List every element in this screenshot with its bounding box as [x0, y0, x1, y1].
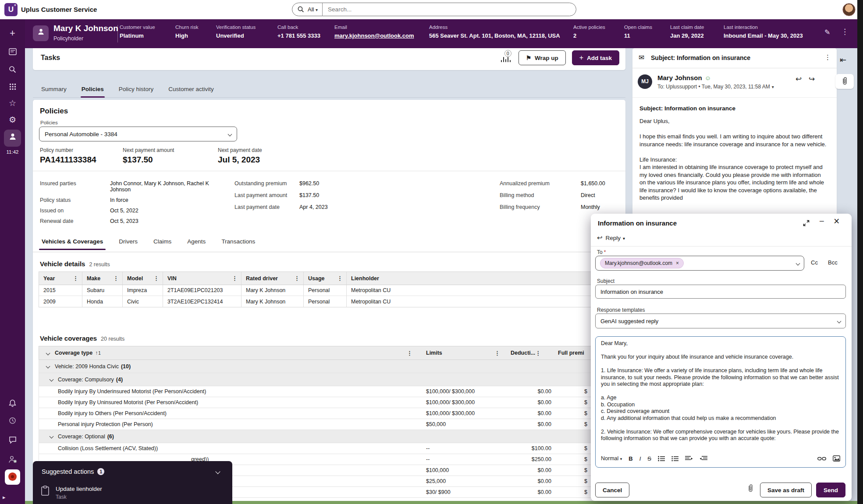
insert-link-icon[interactable] — [817, 456, 826, 461]
row-expander[interactable] — [39, 408, 55, 419]
column-header[interactable]: Rated driver⋮ — [241, 272, 304, 285]
coverage-row[interactable]: Coverage: Optional(6) — [39, 430, 620, 443]
row-expander[interactable] — [39, 443, 55, 454]
main-tab[interactable]: Policy history — [118, 83, 155, 97]
search-scope-dropdown[interactable]: All ▾ — [308, 6, 318, 13]
email-body-editor[interactable]: Dear Mary, Thank you for your inquiry ab… — [595, 336, 846, 468]
dashboard-icon[interactable] — [0, 45, 25, 59]
coverage-type-header[interactable]: Coverage type ↑1 ⋮ — [55, 346, 424, 359]
vehicle-row[interactable]: 2015 Subaru Impreza 2T1AE09E1PC021203 Ma… — [39, 285, 619, 296]
notifications-bell-icon[interactable] — [0, 396, 25, 410]
collapse-suggestions-icon[interactable] — [215, 469, 220, 474]
decrease-indent-icon[interactable] — [700, 456, 707, 462]
policy-sub-tab[interactable]: Agents — [187, 238, 206, 250]
main-tab[interactable]: Customer activity — [167, 83, 215, 97]
column-header[interactable]: VIN⋮ — [163, 272, 241, 285]
bullet-list-icon[interactable] — [658, 456, 665, 462]
column-header[interactable]: Model⋮ — [123, 272, 163, 285]
coverage-row[interactable]: Coverage: Compulsory(4) — [39, 373, 620, 386]
deductible-header[interactable]: Deducti...⋮ — [511, 346, 556, 359]
coverage-row[interactable]: Personal injury Protection (Per Person) … — [39, 419, 620, 430]
remove-recipient-icon[interactable]: × — [676, 260, 679, 266]
column-header[interactable]: Usage⋮ — [304, 272, 347, 285]
caret-down-icon[interactable]: ▾ — [772, 85, 774, 89]
policy-sub-tab[interactable]: Vehicles & Coverages — [42, 238, 103, 250]
coverage-row[interactable]: Vehicle: 2009 Honda Civic(10) — [39, 360, 620, 373]
close-dialog-icon[interactable]: × — [834, 215, 839, 227]
bold-button[interactable]: B — [629, 455, 632, 462]
search-nav-icon[interactable] — [0, 62, 25, 76]
coverage-row[interactable]: Bodily Injury By Uninsured Motorist (Per… — [39, 397, 620, 408]
wrap-up-button[interactable]: ⚑Wrap up — [519, 50, 566, 65]
row-expander[interactable] — [39, 419, 55, 430]
strikethrough-button[interactable]: S — [647, 455, 651, 462]
row-expander[interactable] — [39, 430, 55, 443]
column-kebab-icon[interactable]: ⋮ — [494, 350, 500, 356]
user-avatar[interactable] — [842, 3, 856, 16]
row-expander[interactable] — [39, 373, 55, 386]
minimize-dialog-icon[interactable]: − — [819, 216, 824, 226]
subject-input[interactable] — [595, 285, 846, 299]
recipient-chip[interactable]: Mary.kjohnson@outlook.com× — [600, 258, 684, 268]
reply-icon[interactable]: ↩ — [796, 74, 802, 84]
attach-file-icon[interactable] — [747, 483, 754, 493]
collapse-all-cell[interactable] — [39, 346, 55, 359]
active-session-icon[interactable] — [4, 130, 21, 147]
row-expander[interactable] — [39, 397, 55, 408]
global-search[interactable]: All ▾ — [292, 3, 576, 16]
cc-button[interactable]: Cc — [811, 259, 818, 266]
increase-indent-icon[interactable] — [685, 456, 693, 462]
coverage-row[interactable]: Bodily Injury By Underinsured Motorist (… — [39, 386, 620, 397]
row-expander[interactable] — [39, 386, 55, 397]
favorites-icon[interactable]: ☆ — [0, 96, 25, 110]
suggested-action-item[interactable]: Update lienholder Task — [41, 486, 102, 500]
agent-unavailable-icon[interactable] — [0, 452, 25, 466]
coverage-row[interactable]: Bodily injury to Others (Per Person/Acci… — [39, 408, 620, 419]
main-tab[interactable]: Policies — [81, 83, 105, 97]
main-tab[interactable]: Summary — [40, 83, 67, 97]
collapse-panel-icon[interactable]: ⇤ — [840, 55, 846, 65]
email-kebab-icon[interactable]: ⋮ — [824, 53, 831, 61]
draft-body-text[interactable]: Dear Mary, Thank you for your inquiry ab… — [601, 340, 840, 445]
app-launcher-icon[interactable] — [5, 469, 20, 485]
column-kebab-icon[interactable]: ⋮ — [232, 275, 238, 282]
policy-sub-tab[interactable]: Claims — [153, 238, 171, 250]
chevron-down-icon[interactable] — [796, 261, 800, 265]
column-header[interactable]: Lienholder⋮ — [347, 272, 619, 285]
row-expander[interactable] — [39, 360, 55, 373]
column-kebab-icon[interactable]: ⋮ — [294, 275, 300, 282]
policy-sub-tab[interactable]: Drivers — [119, 238, 138, 250]
edit-customer-icon[interactable]: ✎ — [824, 28, 830, 36]
banner-kebab-icon[interactable]: ⋮ — [841, 27, 849, 36]
coverage-row[interactable]: Collision (Loss Settlement (ACV, Stated)… — [39, 443, 620, 454]
expand-tray-icon[interactable]: ▸ — [0, 490, 25, 504]
paragraph-style-dropdown[interactable]: Normal ▾ — [601, 455, 622, 462]
policy-select[interactable]: Personal Automobile - 3384 — [39, 127, 237, 141]
italic-button[interactable]: I — [639, 455, 641, 462]
column-kebab-icon[interactable]: ⋮ — [113, 275, 119, 282]
save-as-draft-button[interactable]: Save as draft — [760, 483, 812, 497]
history-icon[interactable] — [0, 413, 25, 427]
new-item-button[interactable]: + — [0, 26, 25, 40]
send-button[interactable]: Send — [816, 483, 845, 497]
column-kebab-icon[interactable]: ⋮ — [337, 275, 343, 282]
voice-activity-icon[interactable]: 0 — [501, 54, 512, 64]
column-kebab-icon[interactable]: ⋮ — [535, 350, 541, 356]
numbered-list-icon[interactable] — [671, 456, 678, 462]
search-input[interactable] — [328, 6, 538, 13]
attachments-icon[interactable] — [835, 74, 854, 89]
vehicle-row[interactable]: 2009 Honda Civic 3T2AE10E2PC132414 Mary … — [39, 296, 619, 307]
column-header[interactable]: Year⋮ — [39, 272, 82, 285]
response-template-select[interactable]: GenAI suggested reply — [595, 314, 846, 328]
policy-sub-tab[interactable]: Transactions — [221, 238, 255, 250]
bcc-button[interactable]: Bcc — [828, 259, 838, 266]
cancel-button[interactable]: Cancel — [595, 483, 629, 497]
column-kebab-icon[interactable]: ⋮ — [73, 275, 78, 282]
chat-icon[interactable] — [0, 433, 25, 447]
reply-mode-dropdown[interactable]: ↩Reply▾ — [597, 234, 625, 242]
add-task-button[interactable]: +Add task — [572, 50, 619, 65]
sort-ascending-icon[interactable]: ↑ — [95, 350, 98, 356]
column-kebab-icon[interactable]: ⋮ — [153, 275, 159, 282]
column-kebab-icon[interactable]: ⋮ — [407, 350, 412, 356]
to-field[interactable]: Mary.kjohnson@outlook.com× — [595, 256, 804, 271]
